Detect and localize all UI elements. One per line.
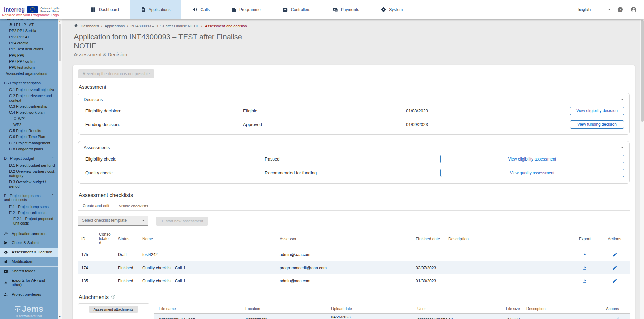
sidebar-item-d2[interactable]: D.2 Overview partner / cost category: [4, 168, 58, 179]
sidebar-item-lp1[interactable]: LP1 LP - AT: [4, 22, 58, 28]
download-file-icon[interactable]: [614, 315, 622, 319]
nav-label: Applications: [149, 7, 171, 12]
section-title: D - Project budget: [4, 156, 47, 161]
export-download-icon[interactable]: [580, 250, 589, 259]
sidebar-item-c5[interactable]: C.5 Project Results: [4, 128, 58, 134]
assessment-card: Reverting the decision is not possible A…: [73, 65, 635, 319]
sidebar-item-wp2[interactable]: WP2: [4, 122, 58, 128]
sidebar-item-project-privileges[interactable]: Project privileges: [0, 290, 58, 299]
nav-system[interactable]: System: [370, 0, 413, 19]
payments-icon: [332, 7, 338, 13]
tab-visible-checklists[interactable]: Visible checklists: [114, 201, 153, 210]
info-icon[interactable]: [111, 294, 116, 300]
sidebar-item-shared-folder[interactable]: Shared folder: [0, 267, 58, 276]
sidebar-item-c8[interactable]: C.8 Long-term plans: [4, 146, 58, 152]
sidebar-item-check-submit[interactable]: Check & Submit: [0, 238, 58, 248]
view-eligibility-assessment-button[interactable]: View eligibility assessment: [440, 155, 624, 163]
sidebar-item-application-annexes[interactable]: Application annexes: [0, 229, 58, 238]
nav-label: Dashboard: [99, 7, 119, 12]
sidebar-item-pp8[interactable]: PP8 test autom: [4, 64, 58, 70]
start-new-assessment-button[interactable]: + start new assessment: [156, 217, 208, 226]
sidebar-item-e2[interactable]: E.2 - Project unit costs: [4, 210, 58, 216]
sidebar-item-pp2[interactable]: PP2 PP1 Serbia: [4, 28, 58, 34]
sidebar-scroll-thumb[interactable]: [59, 24, 61, 61]
nav-programme[interactable]: Programme: [220, 0, 272, 19]
sidebar-section-d[interactable]: D - Project budget ⌃: [0, 155, 58, 162]
help-icon[interactable]: ?: [616, 5, 624, 14]
sidebar-item-e21[interactable]: E.2.1 - Project proposed unit costs: [4, 216, 58, 226]
sidebar-item-associated-organisations[interactable]: Associated organisations: [4, 70, 58, 77]
sidebar-item-label: E.2 - Project unit costs: [9, 211, 46, 215]
assessment-attachments-button[interactable]: Assessment attachments: [89, 306, 138, 313]
sidebar-item-c7[interactable]: C.7 Project management: [4, 140, 58, 146]
breadcrumb-application[interactable]: INT4300093 – TEST after Finalise NOTIF: [130, 24, 199, 28]
page-scrollbar[interactable]: [640, 19, 644, 319]
home-icon[interactable]: [74, 23, 78, 28]
sidebar-item-d3[interactable]: D.3 Overview budget / period: [4, 179, 58, 189]
edit-pencil-icon[interactable]: [610, 250, 619, 259]
view-funding-decision-button[interactable]: View funding decision: [570, 120, 624, 129]
sidebar-item-pp3[interactable]: PP3 PP2 AT: [4, 34, 58, 40]
folder-icon: [3, 269, 8, 273]
eligibility-check-label: Eligibility check:: [85, 156, 265, 162]
sidebar-item-pp7[interactable]: PP7 PP7 co-fin: [4, 58, 58, 64]
nav-applications[interactable]: Applications: [130, 0, 181, 19]
person-key-icon: [3, 292, 8, 297]
view-eligibility-decision-button[interactable]: View eligibility decision: [570, 107, 624, 115]
export-download-icon[interactable]: [580, 263, 589, 272]
sidebar-item-c1[interactable]: C.1 Project overall objective: [4, 87, 58, 93]
eu-stars: [30, 7, 35, 12]
sidebar-item-partners-overview[interactable]: Partners overview: [0, 19, 58, 22]
sidebar-item-label: C.7 Project management: [9, 141, 50, 145]
sidebar-item-pp6[interactable]: PP6 PP6: [4, 52, 58, 58]
sidebar-item-c4[interactable]: C.4 Project work plan: [4, 109, 58, 115]
funding-decision-row: Funding decision: Approved 01/09/2023 Vi…: [84, 118, 624, 131]
breadcrumb: Dashboard / Applications / INT4300093 – …: [62, 19, 640, 28]
revert-decision-button[interactable]: Reverting the decision is not possible: [78, 69, 154, 78]
page-subtitle: Assessment & Decision: [74, 51, 640, 57]
eligibility-decision-date: 01/08/2023: [406, 108, 562, 113]
sidebar-item-assessment-decision[interactable]: Assessment & Decision: [0, 248, 58, 257]
sidebar-item-e1[interactable]: E.1 - Project lump sums: [4, 204, 58, 210]
sidebar-item-wp1[interactable]: WP1: [4, 115, 58, 122]
sidebar-item-d1[interactable]: D.1 Project budget per fund: [4, 162, 58, 168]
sidebar-item-pp5[interactable]: PP5 Test deductions: [4, 46, 58, 52]
sidebar-item-c2[interactable]: C.2 Project relevance and context: [4, 93, 58, 103]
edit-pencil-icon[interactable]: [610, 263, 619, 272]
sidebar-item-exports[interactable]: Exports for AF (and other): [0, 276, 58, 290]
sidebar-item-modification[interactable]: Modification: [0, 257, 58, 266]
sidebar-section-e[interactable]: E - Project lump sums and unit costs ⌃: [0, 192, 58, 204]
collapse-chevron-icon[interactable]: [620, 97, 624, 102]
checklist-template-select[interactable]: Select checklist template: [78, 216, 148, 226]
checklist-controls: Select checklist template + start new as…: [78, 216, 630, 226]
breadcrumb-applications[interactable]: Applications: [105, 24, 125, 28]
tab-create-and-edit[interactable]: Create and edit: [78, 201, 114, 210]
scroll-down-icon[interactable]: ▼: [59, 316, 61, 318]
nav-controllers[interactable]: Controllers: [272, 0, 321, 19]
view-quality-assessment-button[interactable]: View quality assessment: [440, 169, 624, 177]
sidebar-item-c6[interactable]: C.6 Project Time Plan: [4, 134, 58, 140]
collapse-chevron-icon[interactable]: [620, 145, 624, 150]
sidebar-item-pp4[interactable]: PP4 croatia: [4, 40, 58, 46]
cell-name: test4242: [137, 248, 275, 261]
language-select[interactable]: English: [578, 6, 611, 13]
eligibility-check-row: Eligibility check: Passed View eligibili…: [84, 152, 624, 166]
attachments-table-header: File name Location Upload date User File…: [154, 303, 630, 314]
sidebar-item-label: Assessment & Decision: [12, 250, 52, 254]
edit-pencil-icon[interactable]: [610, 277, 619, 285]
download-icon: [3, 280, 8, 285]
breadcrumb-dashboard[interactable]: Dashboard: [81, 24, 99, 28]
breadcrumb-separator: /: [201, 24, 202, 28]
export-download-icon[interactable]: [580, 277, 589, 285]
sidebar-scrollbar[interactable]: ▲ ▼: [58, 19, 62, 319]
nav-payments[interactable]: Payments: [321, 0, 370, 19]
breadcrumb-separator: /: [127, 24, 128, 28]
nav-calls[interactable]: Calls: [181, 0, 220, 19]
sidebar-section-c[interactable]: C - Project description ⌃: [0, 79, 58, 87]
account-icon[interactable]: [629, 5, 638, 14]
scroll-up-icon[interactable]: ▲: [59, 20, 61, 23]
section-e-group: E.1 - Project lump sums E.2 - Project un…: [4, 204, 58, 226]
sidebar-item-c3[interactable]: C.3 Project partnership: [4, 103, 58, 109]
nav-dashboard[interactable]: Dashboard: [80, 0, 130, 19]
page-scroll-thumb[interactable]: [641, 20, 644, 122]
